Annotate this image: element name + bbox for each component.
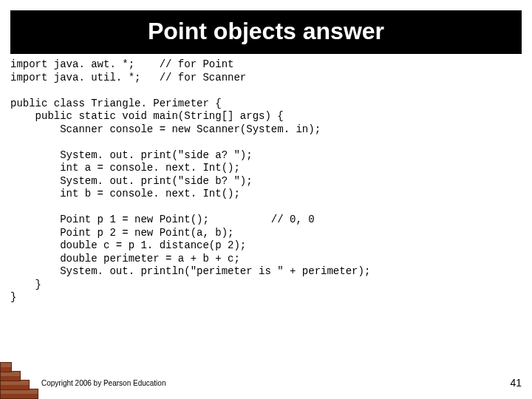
code-listing: import java. awt. *; // for Point import… — [10, 58, 532, 304]
page-number: 41 — [510, 377, 522, 389]
stair-step — [0, 380, 30, 390]
copyright-footer: Copyright 2006 by Pearson Education — [41, 379, 166, 387]
stair-step — [0, 362, 12, 372]
slide-title: Point objects answer — [10, 10, 522, 54]
stair-graphic — [0, 358, 41, 399]
stair-step — [0, 371, 21, 381]
stair-step — [0, 389, 38, 399]
